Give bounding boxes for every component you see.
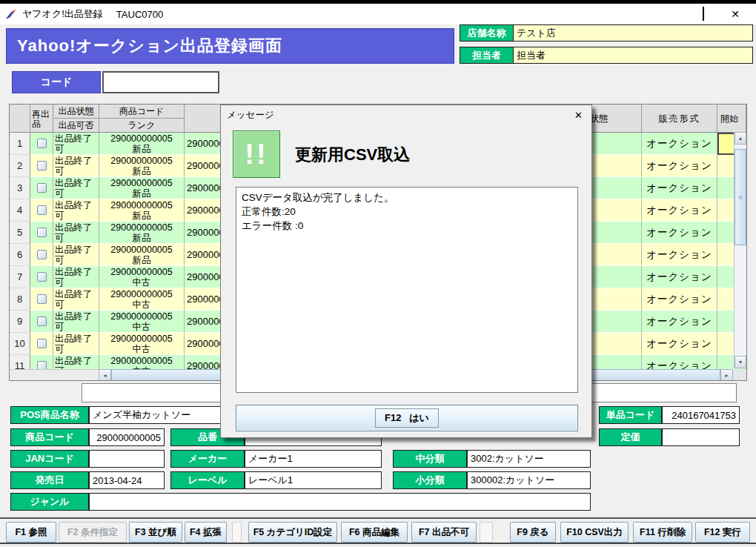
dialog-message-line: 正常件数:20 bbox=[242, 205, 572, 219]
resubmit-cell[interactable] bbox=[30, 311, 53, 333]
row-number: 9 bbox=[10, 311, 30, 333]
product-code-field[interactable]: 290000000005 bbox=[89, 428, 165, 446]
jan-label: JANコード bbox=[10, 450, 89, 468]
fkey-button-f6[interactable]: F6 商品編集 bbox=[341, 522, 408, 543]
resubmit-cell[interactable] bbox=[30, 244, 53, 266]
resubmit-cell[interactable] bbox=[30, 155, 53, 177]
resubmit-checkbox[interactable] bbox=[37, 316, 47, 326]
vscroll-track[interactable]: ≡ bbox=[735, 145, 746, 356]
person-row: 担当者 担当者 bbox=[460, 47, 753, 64]
resubmit-checkbox[interactable] bbox=[37, 228, 47, 237]
header-sale-format: 販売形式 bbox=[642, 105, 717, 132]
page-title: Yahoo!オークション出品登録画面 bbox=[17, 35, 282, 57]
fkey-button-f1[interactable]: F1 参照 bbox=[6, 522, 56, 543]
release-date-field[interactable]: 2013-04-24 bbox=[89, 471, 165, 489]
resubmit-checkbox[interactable] bbox=[37, 250, 47, 259]
label-name-label: レーベル bbox=[170, 471, 245, 489]
jan-field[interactable] bbox=[89, 450, 165, 468]
scroll-right-icon[interactable]: ► bbox=[720, 369, 733, 381]
resubmit-cell[interactable] bbox=[30, 288, 53, 311]
resubmit-checkbox[interactable] bbox=[37, 205, 47, 215]
dialog-titlebar: メッセージ ✕ bbox=[221, 105, 591, 125]
resubmit-checkbox[interactable] bbox=[37, 361, 47, 369]
fkey-button-f5[interactable]: F5 カテゴリID設定 bbox=[248, 522, 337, 543]
header-product-code: 商品コード ランク bbox=[99, 105, 185, 132]
dialog-heading: 更新用CSV取込 bbox=[295, 144, 410, 166]
scroll-left-icon[interactable]: ◄ bbox=[99, 369, 111, 381]
product-code-cell: 290000000005中古 bbox=[99, 266, 185, 288]
app-icon bbox=[6, 8, 18, 20]
scroll-down-icon[interactable]: ▼ bbox=[735, 356, 746, 368]
list-price-field[interactable] bbox=[662, 428, 740, 446]
scroll-up-icon[interactable]: ▲ bbox=[735, 132, 746, 145]
product-code-cell: 290000000005新品 bbox=[99, 177, 185, 199]
row-number: 2 bbox=[10, 155, 30, 177]
alert-icon: !! bbox=[233, 130, 280, 178]
product-code-cell: 290000000005新品 bbox=[99, 222, 185, 244]
fkey-button-f12[interactable]: F12 実行 bbox=[695, 522, 750, 543]
item-code-label: 単品コード bbox=[599, 406, 662, 424]
resubmit-cell[interactable] bbox=[30, 199, 53, 222]
sale-format-cell: オークション bbox=[642, 266, 717, 288]
sale-format-cell: オークション bbox=[642, 177, 717, 199]
resubmit-checkbox[interactable] bbox=[37, 139, 47, 148]
resubmit-cell[interactable] bbox=[30, 222, 53, 244]
dialog-yes-button[interactable]: F12 はい bbox=[236, 405, 578, 431]
product-code-cell: 290000000005中古 bbox=[99, 333, 185, 355]
row-number: 5 bbox=[10, 222, 30, 244]
resubmit-checkbox[interactable] bbox=[37, 183, 47, 193]
maximize-icon[interactable] bbox=[703, 7, 704, 21]
person-value: 担当者 bbox=[514, 47, 752, 63]
item-code-field[interactable]: 240167041753 bbox=[662, 406, 740, 424]
small-category-field[interactable]: 300002:カットソー bbox=[467, 471, 591, 489]
product-code-cell: 290000000005中古 bbox=[99, 288, 185, 311]
pos-name-label: POS商品名称 bbox=[10, 406, 89, 424]
vertical-scrollbar[interactable]: ▲ ≡ ▼ bbox=[734, 132, 746, 368]
header-rownum bbox=[10, 105, 30, 132]
fkey-button-f4[interactable]: F4 拡張 bbox=[185, 522, 227, 543]
fkey-button-f10[interactable]: F10 CSV出力 bbox=[560, 522, 629, 543]
sale-format-cell: オークション bbox=[642, 311, 717, 333]
code-search-input[interactable] bbox=[102, 71, 219, 93]
dialog-close-icon[interactable]: ✕ bbox=[571, 110, 586, 121]
listing-state-cell: 出品終了可 bbox=[53, 266, 99, 288]
product-code-cell: 290000000005新品 bbox=[99, 199, 185, 222]
vscroll-thumb[interactable]: ≡ bbox=[735, 149, 746, 245]
close-icon[interactable]: ✕ bbox=[731, 9, 740, 19]
fkey-button-f7[interactable]: F7 出品不可 bbox=[411, 522, 477, 543]
resubmit-cell[interactable] bbox=[30, 355, 53, 369]
listing-state-cell: 出品終了可 bbox=[53, 355, 99, 369]
resubmit-checkbox[interactable] bbox=[37, 294, 47, 304]
genre-field[interactable] bbox=[89, 493, 591, 511]
resubmit-checkbox[interactable] bbox=[37, 161, 47, 170]
resubmit-cell[interactable] bbox=[30, 266, 53, 288]
fkey-button-f9[interactable]: F9 戻る bbox=[510, 522, 556, 543]
maker-field[interactable]: メーカー1 bbox=[245, 450, 382, 468]
maker-label: メーカー bbox=[170, 450, 245, 468]
window-titlebar: ヤフオク!出品登録 TAUC0700 ✕ bbox=[0, 4, 756, 24]
header-state: 出品状態 出品可否 bbox=[53, 105, 99, 132]
product-code-cell: 290000000005新品 bbox=[99, 133, 185, 155]
row-number: 11 bbox=[10, 355, 30, 369]
resubmit-checkbox[interactable] bbox=[37, 339, 47, 348]
release-date-label: 発売日 bbox=[10, 471, 89, 489]
label-name-field[interactable]: レーベル1 bbox=[245, 471, 382, 489]
fkey-button-f11[interactable]: F11 行削除 bbox=[633, 522, 692, 543]
resubmit-checkbox[interactable] bbox=[37, 272, 47, 282]
listing-state-cell: 出品終了可 bbox=[53, 244, 99, 266]
window-title-code: TAUC0700 bbox=[116, 9, 163, 20]
resubmit-cell[interactable] bbox=[30, 333, 53, 355]
listing-state-cell: 出品終了可 bbox=[53, 311, 99, 333]
listing-state-cell: 出品終了可 bbox=[53, 199, 99, 222]
sale-format-cell: オークション bbox=[642, 199, 717, 222]
row-number: 3 bbox=[10, 177, 30, 199]
fkey-button-f2: F2 条件指定 bbox=[59, 522, 127, 543]
mid-category-field[interactable]: 3002:カットソー bbox=[467, 450, 591, 468]
resubmit-cell[interactable] bbox=[30, 133, 53, 155]
product-code-cell: 290000000005中古 bbox=[99, 311, 185, 333]
fkey-button-f3[interactable]: F3 並び順 bbox=[129, 522, 182, 543]
dialog-message-line: エラー件数 :0 bbox=[242, 219, 572, 233]
hscroll-left-corner bbox=[10, 369, 99, 381]
resubmit-cell[interactable] bbox=[30, 177, 53, 199]
store-name-row: 店舗名称 テスト店 bbox=[460, 24, 753, 42]
